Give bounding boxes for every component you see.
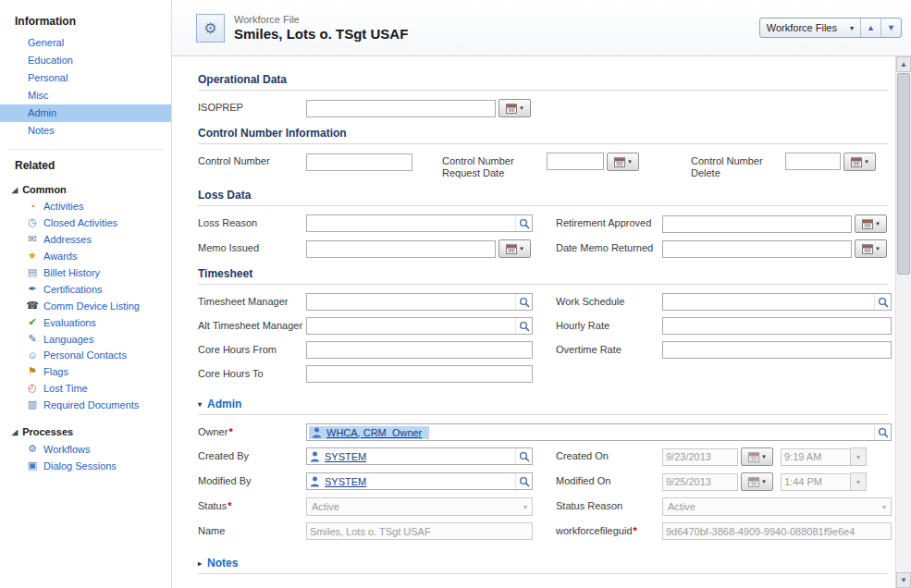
lookup-search-icon[interactable] [515, 318, 532, 334]
view-selector-label: Workforce Files [767, 22, 837, 33]
comm-device-icon: ☎ [26, 300, 39, 312]
sidebar-item-personal[interactable]: Personal [0, 69, 171, 87]
control-number-delete-input[interactable] [785, 153, 841, 170]
status-value: Active [312, 501, 339, 512]
sidebar-item-required-documents[interactable]: ▥Required Documents [0, 397, 171, 413]
lookup-search-icon[interactable] [874, 294, 891, 310]
created-by-link[interactable]: SYSTEM [325, 451, 366, 462]
sidebar-item-admin[interactable]: Admin [0, 104, 171, 122]
modified-by-label: Modified By [198, 472, 306, 487]
sidebar-item-general[interactable]: General [0, 34, 171, 52]
sidebar-item-addresses[interactable]: ✉Addresses [0, 231, 171, 248]
isoprep-input[interactable] [306, 100, 496, 117]
vertical-scrollbar[interactable]: ▲ ▼ [895, 56, 911, 588]
scroll-down-button[interactable]: ▼ [896, 572, 911, 588]
next-record-button[interactable]: ▼ [880, 18, 901, 38]
sidebar-item-activities[interactable]: ◔Activities [0, 199, 171, 214]
retirement-approved-input[interactable] [662, 215, 852, 233]
field-row: Status* Active ▾ Status Reason Active ▾ [198, 497, 888, 516]
view-selector[interactable]: Workforce Files ▾ [760, 22, 860, 33]
closed-activities-icon: ◷ [26, 216, 39, 228]
sidebar-item-certifications[interactable]: ✒Certifications [0, 281, 171, 298]
retirement-approved-datepicker-button[interactable]: ▾ [855, 214, 887, 233]
calendar-icon [862, 244, 873, 254]
sidebar-item-misc[interactable]: Misc [0, 87, 171, 104]
form-header: ⚙ Workforce File Smiles, Lots o. TSgt US… [172, 0, 911, 56]
status-select: Active ▾ [306, 497, 533, 516]
languages-icon: ✎ [26, 333, 39, 345]
chevron-down-icon: ▾ [876, 245, 880, 252]
control-number-delete-label: Control Number Delete [691, 153, 785, 179]
modified-by-link[interactable]: SYSTEM [325, 476, 366, 487]
chevron-down-icon: ▾ [865, 158, 868, 165]
core-hours-from-input[interactable] [306, 341, 533, 359]
modified-on-date-input [662, 473, 738, 491]
sidebar-item-dialog-sessions[interactable]: ▣Dialog Sessions [0, 458, 171, 474]
sidebar-item-closed-activities[interactable]: ◷Closed Activities [0, 214, 171, 231]
isoprep-label: ISOPREP [198, 99, 306, 114]
retirement-approved-label: Retirement Approved [556, 214, 662, 229]
calendar-icon [748, 452, 759, 462]
control-number-request-date-input[interactable] [547, 153, 604, 170]
name-input [306, 522, 533, 540]
billet-history-icon: ▤ [26, 266, 39, 278]
memo-issued-datepicker-button[interactable]: ▾ [499, 239, 531, 258]
date-memo-returned-label: Date Memo Returned [556, 239, 662, 254]
sidebar-item-evaluations[interactable]: ✔Evaluations [0, 314, 171, 331]
section-notes-title: Notes [207, 557, 238, 570]
field-row: Memo Issued ▾ Date Memo Returned ▾ [198, 239, 888, 258]
owner-link[interactable]: WHCA, CRM_Owner [326, 427, 422, 438]
loss-reason-input[interactable] [307, 216, 515, 230]
memo-issued-input[interactable] [306, 240, 496, 258]
core-hours-to-input[interactable] [306, 365, 533, 383]
name-label: Name [198, 522, 306, 537]
sidebar-item-comm-device-listing[interactable]: ☎Comm Device Listing [0, 298, 171, 314]
certifications-icon: ✒ [26, 283, 39, 295]
sidebar-item-flags[interactable]: ⚑Flags [0, 363, 171, 380]
lookup-search-icon[interactable] [515, 448, 532, 464]
memo-returned-datepicker-button[interactable]: ▾ [855, 239, 887, 258]
lookup-search-icon[interactable] [515, 294, 532, 310]
sidebar-item-billet-history[interactable]: ▤Billet History [0, 264, 171, 281]
group-common[interactable]: ◢ Common [0, 178, 171, 199]
sidebar-item-notes[interactable]: Notes [0, 122, 171, 140]
person-icon [312, 427, 322, 438]
field-row: Modified By SYSTEM Modified On [198, 472, 888, 491]
group-processes-label: Processes [22, 426, 73, 437]
overtime-rate-input[interactable] [662, 341, 892, 359]
group-processes[interactable]: ◢ Processes [0, 421, 171, 441]
work-schedule-input[interactable] [663, 295, 874, 309]
control-number-label: Control Number [198, 153, 306, 167]
sidebar-item-workflows[interactable]: ⚙Workflows [0, 441, 171, 458]
scrollbar-thumb[interactable] [897, 73, 910, 275]
delete-date-datepicker-button[interactable]: ▾ [843, 153, 876, 171]
loss-reason-label: Loss Reason [198, 214, 306, 229]
sidebar-item-education[interactable]: Education [0, 52, 171, 69]
tree-expanded-icon: ◢ [12, 428, 18, 436]
sidebar-item-awards[interactable]: ★Awards [0, 248, 171, 264]
previous-record-button[interactable]: ▲ [860, 18, 880, 38]
field-row: Core Hours From Overtime Rate [198, 341, 888, 359]
calendar-icon [506, 244, 517, 254]
section-admin-header[interactable]: ▾ Admin [198, 396, 888, 415]
alt-timesheet-manager-input[interactable] [307, 319, 515, 333]
isoprep-datepicker-button[interactable]: ▾ [499, 99, 531, 117]
sidebar-item-languages[interactable]: ✎Languages [0, 331, 171, 348]
work-schedule-label: Work Schedule [556, 293, 662, 308]
date-memo-returned-input[interactable] [662, 240, 852, 258]
group-common-label: Common [22, 184, 67, 195]
status-reason-label: Status Reason [556, 497, 662, 512]
lookup-search-icon[interactable] [874, 424, 891, 440]
lookup-search-icon[interactable] [515, 215, 532, 231]
lookup-search-icon[interactable] [515, 473, 532, 489]
entity-type-label: Workforce File [234, 14, 408, 25]
scroll-up-button[interactable]: ▲ [896, 56, 911, 72]
section-notes-header[interactable]: ▸ Notes [198, 555, 888, 574]
request-date-datepicker-button[interactable]: ▾ [607, 153, 639, 171]
hourly-rate-input[interactable] [662, 317, 892, 335]
sidebar-item-personal-contacts[interactable]: ☺Personal Contacts [0, 348, 171, 363]
control-number-input[interactable] [306, 153, 412, 171]
timesheet-manager-input[interactable] [307, 295, 515, 309]
calendar-icon [614, 157, 625, 167]
sidebar-item-lost-time[interactable]: ◴Lost Time [0, 380, 171, 397]
